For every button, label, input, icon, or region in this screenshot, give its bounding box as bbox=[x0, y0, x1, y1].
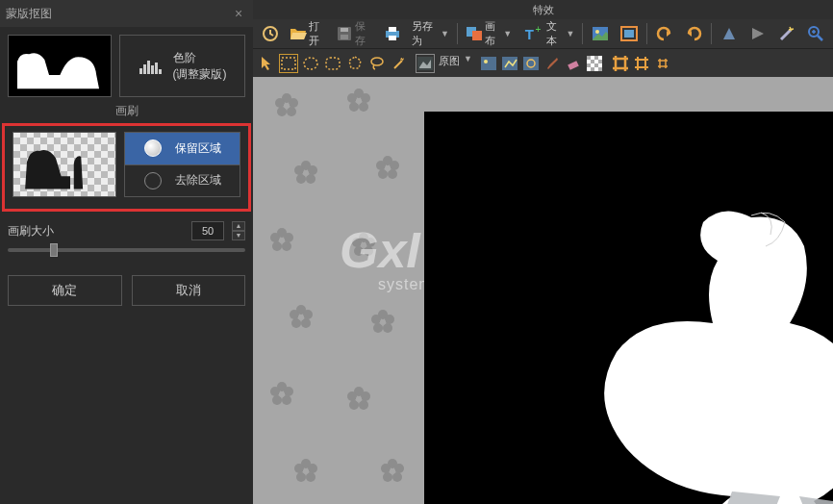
mask-shape-icon bbox=[559, 208, 833, 504]
slider-thumb[interactable] bbox=[50, 243, 58, 257]
radio-off-icon bbox=[144, 172, 162, 189]
transparency-tool[interactable] bbox=[585, 54, 604, 73]
remove-area-option[interactable]: 去除区域 bbox=[125, 164, 240, 197]
saveas-label: 另存为 bbox=[412, 19, 439, 48]
svg-rect-4 bbox=[155, 63, 158, 74]
pointer-tool[interactable] bbox=[257, 54, 276, 73]
ellipse-select-tool[interactable] bbox=[301, 54, 320, 73]
svg-rect-18 bbox=[624, 30, 634, 38]
text-label: 文本 bbox=[546, 19, 564, 48]
rounded-rect-tool[interactable] bbox=[323, 54, 342, 73]
image-tool-1[interactable] bbox=[587, 22, 614, 45]
zoom-in-icon bbox=[806, 24, 825, 43]
flip-h-button[interactable] bbox=[716, 22, 743, 45]
canvas-label: 画布 bbox=[485, 19, 501, 48]
svg-rect-38 bbox=[591, 67, 594, 71]
ok-button[interactable]: 确定 bbox=[8, 275, 122, 306]
radio-on-icon bbox=[144, 139, 162, 157]
grid-small-tool[interactable] bbox=[653, 54, 672, 73]
rect-select-tool[interactable] bbox=[279, 54, 298, 73]
folder-open-icon bbox=[290, 24, 307, 43]
zoom-button[interactable] bbox=[802, 22, 829, 45]
svg-rect-20 bbox=[282, 58, 295, 69]
chevron-down-icon: ▼ bbox=[566, 29, 574, 38]
polygon-select-tool[interactable] bbox=[345, 54, 365, 73]
flip-v-button[interactable] bbox=[745, 22, 771, 45]
undo-button[interactable] bbox=[651, 22, 678, 45]
undo-icon bbox=[655, 24, 674, 43]
text-button[interactable]: T + 文本 ▼ bbox=[517, 17, 578, 50]
rotate-button[interactable] bbox=[773, 22, 800, 45]
original-thumbnail[interactable] bbox=[13, 132, 116, 197]
layer-thumb[interactable] bbox=[416, 54, 435, 73]
svg-rect-11 bbox=[389, 27, 396, 32]
selection-toolbar: 原图 ▼ bbox=[253, 48, 833, 77]
svg-point-26 bbox=[484, 60, 488, 63]
levels-label: 色阶 bbox=[173, 50, 227, 66]
spinner-up-icon[interactable]: ▲ bbox=[232, 221, 245, 231]
eraser-tool[interactable] bbox=[564, 54, 583, 73]
svg-rect-1 bbox=[143, 64, 146, 74]
print-button[interactable] bbox=[379, 22, 406, 45]
brush-size-slider[interactable] bbox=[8, 248, 245, 252]
svg-rect-5 bbox=[159, 69, 162, 74]
chevron-down-icon[interactable]: ▼ bbox=[464, 54, 472, 73]
mask-thumbnail[interactable] bbox=[8, 35, 112, 97]
svg-point-21 bbox=[304, 58, 317, 69]
chevron-down-icon: ▼ bbox=[503, 29, 512, 38]
canvas[interactable]: GxI网 system.com bbox=[253, 77, 833, 504]
grid-large-tool[interactable] bbox=[611, 54, 630, 73]
adjust-tool-3[interactable] bbox=[521, 54, 541, 73]
svg-rect-36 bbox=[587, 63, 591, 67]
open-button[interactable]: 打开 bbox=[286, 17, 331, 50]
save-icon bbox=[337, 24, 353, 43]
adjust-tool-2[interactable] bbox=[500, 54, 519, 73]
svg-rect-33 bbox=[594, 56, 598, 60]
save-button[interactable]: 保存 bbox=[333, 17, 378, 50]
redo-icon bbox=[684, 24, 703, 43]
svg-rect-32 bbox=[587, 56, 591, 60]
redo-button[interactable] bbox=[680, 22, 707, 45]
mask-cutout-panel: 蒙版抠图 × bbox=[0, 0, 253, 504]
saveas-button[interactable]: 另存为 ▼ bbox=[408, 17, 453, 50]
lasso-tool[interactable] bbox=[367, 54, 387, 73]
svg-rect-14 bbox=[472, 31, 482, 40]
brush-size-value[interactable]: 50 bbox=[191, 221, 224, 240]
grid-medium-tool[interactable] bbox=[632, 54, 651, 73]
svg-rect-2 bbox=[147, 61, 150, 74]
open-label: 打开 bbox=[309, 19, 327, 48]
keep-area-label: 保留区域 bbox=[175, 140, 221, 157]
save-label: 保存 bbox=[355, 19, 373, 48]
history-button[interactable] bbox=[257, 22, 284, 45]
mask-bw-icon bbox=[13, 43, 104, 93]
remove-area-label: 去除区域 bbox=[175, 172, 221, 189]
svg-rect-30 bbox=[568, 61, 579, 70]
close-icon[interactable]: × bbox=[230, 6, 247, 21]
svg-rect-34 bbox=[591, 60, 594, 63]
levels-button[interactable]: 色阶 (调整蒙版) bbox=[119, 35, 245, 97]
canvas-icon bbox=[466, 24, 483, 43]
plus-icon: + bbox=[536, 24, 542, 35]
svg-rect-28 bbox=[523, 57, 539, 70]
spinner-down-icon[interactable]: ▼ bbox=[232, 231, 245, 240]
triangle-left-icon bbox=[719, 24, 739, 43]
svg-point-16 bbox=[595, 30, 599, 34]
image-tool-2[interactable] bbox=[616, 22, 643, 45]
svg-rect-35 bbox=[598, 60, 602, 63]
svg-point-23 bbox=[371, 58, 383, 65]
triangle-right-icon bbox=[748, 24, 768, 43]
magic-wand-tool[interactable] bbox=[390, 54, 409, 73]
svg-rect-0 bbox=[139, 68, 142, 74]
canvas-button[interactable]: 画布 ▼ bbox=[462, 17, 516, 50]
keep-area-option[interactable]: 保留区域 bbox=[125, 133, 240, 164]
mask-preview bbox=[424, 112, 833, 504]
horse-icon bbox=[17, 137, 109, 194]
brush-size-label: 画刷大小 bbox=[8, 223, 54, 239]
adjust-tool-1[interactable] bbox=[479, 54, 498, 73]
cancel-button[interactable]: 取消 bbox=[132, 275, 246, 306]
levels-sublabel: (调整蒙版) bbox=[173, 66, 227, 83]
svg-rect-8 bbox=[341, 35, 348, 39]
wand-icon bbox=[777, 24, 796, 43]
svg-rect-12 bbox=[389, 36, 396, 40]
brush-tool[interactable] bbox=[543, 54, 562, 73]
